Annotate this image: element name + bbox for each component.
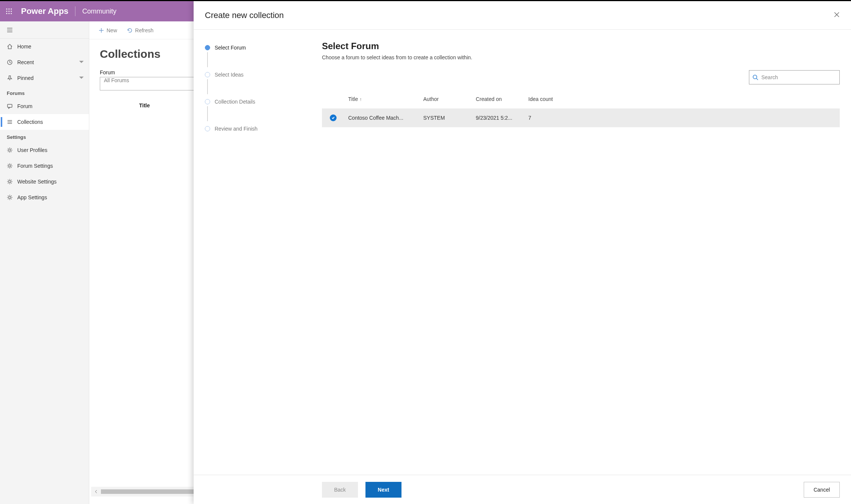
nav-forum-settings[interactable]: Forum Settings: [0, 158, 89, 174]
search-icon: [752, 74, 758, 80]
sort-asc-icon: ↑: [358, 97, 362, 102]
create-collection-panel: Create new collection Select Forum Selec…: [194, 1, 851, 504]
step-dot-icon: [205, 72, 210, 77]
collections-column-title[interactable]: Title: [100, 99, 189, 112]
cancel-button[interactable]: Cancel: [804, 482, 840, 498]
col-idea-count[interactable]: Idea count: [525, 96, 577, 102]
new-button[interactable]: New: [95, 25, 121, 36]
svg-point-19: [9, 181, 11, 183]
nav-website-settings[interactable]: Website Settings: [0, 174, 89, 190]
search-input[interactable]: [761, 74, 836, 80]
step-review-finish[interactable]: Review and Finish: [205, 123, 322, 135]
step-subheading: Choose a forum to select ideas from to c…: [322, 54, 840, 60]
forum-filter-value: All Forums: [104, 77, 129, 83]
forum-table-header: Title↑ Author Created on Idea count: [322, 90, 840, 108]
svg-point-2: [11, 8, 12, 9]
nav-section-forums: Forums: [0, 86, 89, 98]
panel-header: Create new collection: [194, 1, 851, 30]
col-created-on[interactable]: Created on: [472, 96, 525, 102]
nav-user-profiles[interactable]: User Profiles: [0, 142, 89, 158]
step-label: Select Forum: [215, 45, 246, 51]
hamburger-icon[interactable]: [7, 27, 13, 33]
nav-forum[interactable]: Forum: [0, 98, 89, 114]
nav-user-profiles-label: User Profiles: [17, 147, 82, 153]
svg-point-3: [6, 11, 7, 12]
svg-point-8: [11, 13, 12, 14]
svg-point-5: [11, 11, 12, 12]
col-title[interactable]: Title↑: [344, 96, 419, 102]
step-label: Review and Finish: [215, 126, 257, 132]
refresh-button[interactable]: Refresh: [123, 25, 157, 36]
svg-line-26: [756, 78, 758, 80]
nav-collections[interactable]: Collections: [0, 114, 89, 130]
nav-pinned[interactable]: Pinned: [0, 70, 89, 86]
nav-website-settings-label: Website Settings: [17, 179, 82, 185]
svg-point-17: [9, 149, 11, 151]
svg-point-25: [753, 75, 757, 79]
clock-icon: [7, 59, 13, 65]
app-title: Power Apps: [18, 6, 75, 16]
gear-icon: [7, 163, 13, 169]
row-author: SYSTEM: [419, 115, 472, 121]
close-button[interactable]: [834, 12, 840, 19]
nav-app-settings-label: App Settings: [17, 194, 82, 200]
app-scope[interactable]: Community: [75, 8, 116, 15]
svg-point-20: [9, 196, 11, 199]
new-button-label: New: [107, 27, 117, 33]
svg-point-1: [8, 8, 9, 9]
nav-collections-label: Collections: [17, 119, 82, 125]
step-collection-details[interactable]: Collection Details: [205, 96, 322, 108]
step-dot-icon: [205, 45, 210, 50]
nav-section-settings: Settings: [0, 130, 89, 142]
nav-recent-label: Recent: [17, 59, 82, 65]
step-label: Collection Details: [215, 99, 255, 105]
app-launcher-icon[interactable]: [0, 1, 18, 21]
refresh-icon: [127, 27, 133, 33]
gear-icon: [7, 194, 13, 200]
row-idea-count: 7: [525, 115, 577, 121]
step-label: Select Ideas: [215, 72, 244, 78]
nav-home[interactable]: Home: [0, 39, 89, 54]
next-button[interactable]: Next: [365, 482, 401, 498]
back-button[interactable]: Back: [322, 482, 358, 498]
step-dot-icon: [205, 99, 210, 104]
left-navigation: Home Recent Pinned Forums Forum Collecti…: [0, 21, 89, 504]
svg-point-6: [6, 13, 7, 14]
pin-icon: [7, 75, 13, 81]
panel-footer: Back Next Cancel: [194, 475, 851, 504]
col-author[interactable]: Author: [419, 96, 472, 102]
svg-point-0: [6, 8, 7, 9]
row-title: Contoso Coffee Mach...: [344, 115, 419, 121]
step-content: Select Forum Choose a forum to select id…: [322, 41, 851, 475]
gear-icon: [7, 147, 13, 153]
svg-rect-13: [8, 104, 12, 107]
forum-table-row[interactable]: Contoso Coffee Mach... SYSTEM 9/23/2021 …: [322, 108, 840, 127]
row-created-on: 9/23/2021 5:2...: [472, 115, 525, 121]
search-box[interactable]: [749, 70, 840, 84]
panel-title: Create new collection: [205, 11, 284, 20]
nav-forum-label: Forum: [17, 103, 82, 109]
home-icon: [7, 44, 13, 50]
step-select-ideas[interactable]: Select Ideas: [205, 69, 322, 81]
svg-point-4: [8, 11, 9, 12]
collections-icon: [7, 119, 13, 125]
nav-home-label: Home: [17, 44, 82, 50]
svg-point-18: [9, 165, 11, 167]
forum-icon: [7, 103, 13, 109]
refresh-button-label: Refresh: [135, 27, 153, 33]
nav-recent[interactable]: Recent: [0, 54, 89, 70]
step-heading: Select Forum: [322, 41, 840, 51]
nav-app-settings[interactable]: App Settings: [0, 190, 89, 205]
step-select-forum[interactable]: Select Forum: [205, 42, 322, 54]
gear-icon: [7, 179, 13, 185]
step-dot-icon: [205, 126, 210, 131]
wizard-steps: Select Forum Select Ideas Collection Det…: [205, 41, 322, 475]
svg-point-7: [8, 13, 9, 14]
nav-pinned-label: Pinned: [17, 75, 82, 81]
plus-icon: [98, 27, 104, 33]
scroll-left-icon[interactable]: [91, 487, 101, 496]
nav-forum-settings-label: Forum Settings: [17, 163, 82, 169]
row-selected-icon[interactable]: [330, 114, 337, 121]
